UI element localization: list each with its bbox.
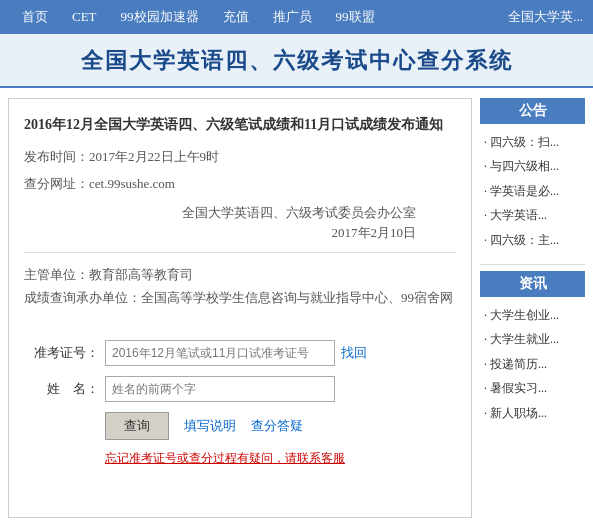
notice-org: 全国大学英语四、六级考试委员会办公室 [24, 204, 416, 222]
notice-divider [24, 252, 456, 253]
announcement-item-0[interactable]: 四六级：扫... [480, 130, 585, 154]
announcement-item-1[interactable]: 与四六级相... [480, 154, 585, 178]
news-item-2[interactable]: 投递简历... [480, 352, 585, 376]
news-section: 资讯 大学生创业... 大学生就业... 投递简历... 暑假实习... 新人职… [480, 271, 585, 425]
site-title-text: 全国大学英语四、六级考试中心查分系统 [0, 46, 593, 76]
name-input[interactable] [105, 376, 335, 402]
notice-publish-time: 发布时间：2017年2月22日上午9时 [24, 145, 456, 168]
fill-instructions-link[interactable]: 填写说明 [184, 417, 236, 435]
announcement-item-3[interactable]: 大学英语... [480, 203, 585, 227]
btn-row: 查询 填写说明 查分答疑 [105, 412, 456, 440]
main-layout: 2016年12月全国大学英语四、六级笔试成绩和11月口试成绩发布通知 发布时间：… [0, 88, 593, 521]
name-label: 姓 名： [24, 380, 99, 398]
responsible-unit-2: 成绩查询承办单位：全国高等学校学生信息咨询与就业指导中心、99宿舍网 [24, 286, 456, 309]
score-faq-link[interactable]: 查分答疑 [251, 417, 303, 435]
nav-accelerator[interactable]: 99校园加速器 [109, 0, 211, 34]
announcement-section: 公告 四六级：扫... 与四六级相... 学英语是必... 大学英语... 四六… [480, 98, 585, 252]
nav-promoter[interactable]: 推广员 [261, 0, 324, 34]
query-form: 准考证号： 找回 姓 名： 查询 填写说明 查分答疑 忘记准考证号或查分过程有疑… [24, 330, 456, 477]
name-row: 姓 名： [24, 376, 456, 402]
top-nav: 首页 CET 99校园加速器 充值 推广员 99联盟 全国大学英... [0, 0, 593, 34]
nav-cet[interactable]: CET [60, 0, 109, 34]
nav-home[interactable]: 首页 [10, 0, 60, 34]
notice-query-url: 查分网址：cet.99sushe.com [24, 172, 456, 195]
exam-id-input[interactable] [105, 340, 335, 366]
announcement-item-2[interactable]: 学英语是必... [480, 179, 585, 203]
nav-recharge[interactable]: 充值 [211, 0, 261, 34]
exam-id-label: 准考证号： [24, 344, 99, 362]
query-button[interactable]: 查询 [105, 412, 169, 440]
find-back-link[interactable]: 找回 [341, 344, 367, 362]
forgot-link[interactable]: 忘记准考证号或查分过程有疑问，请联系客服 [105, 450, 456, 467]
right-sidebar: 公告 四六级：扫... 与四六级相... 学英语是必... 大学英语... 四六… [480, 98, 585, 518]
announcement-item-4[interactable]: 四六级：主... [480, 228, 585, 252]
news-heading: 资讯 [480, 271, 585, 297]
responsible-unit-1: 主管单位：教育部高等教育司 [24, 263, 456, 286]
site-title-banner: 全国大学英语四、六级考试中心查分系统 [0, 34, 593, 88]
news-item-1[interactable]: 大学生就业... [480, 327, 585, 351]
exam-id-row: 准考证号： 找回 [24, 340, 456, 366]
news-item-4[interactable]: 新人职场... [480, 401, 585, 425]
announcement-heading: 公告 [480, 98, 585, 124]
nav-alliance[interactable]: 99联盟 [324, 0, 387, 34]
nav-right-label: 全国大学英... [508, 8, 583, 26]
news-item-0[interactable]: 大学生创业... [480, 303, 585, 327]
sidebar-divider [480, 264, 585, 265]
left-content: 2016年12月全国大学英语四、六级笔试成绩和11月口试成绩发布通知 发布时间：… [8, 98, 472, 518]
notice-date: 2017年2月10日 [24, 224, 416, 242]
news-item-3[interactable]: 暑假实习... [480, 376, 585, 400]
notice-title: 2016年12月全国大学英语四、六级笔试成绩和11月口试成绩发布通知 [24, 114, 456, 135]
